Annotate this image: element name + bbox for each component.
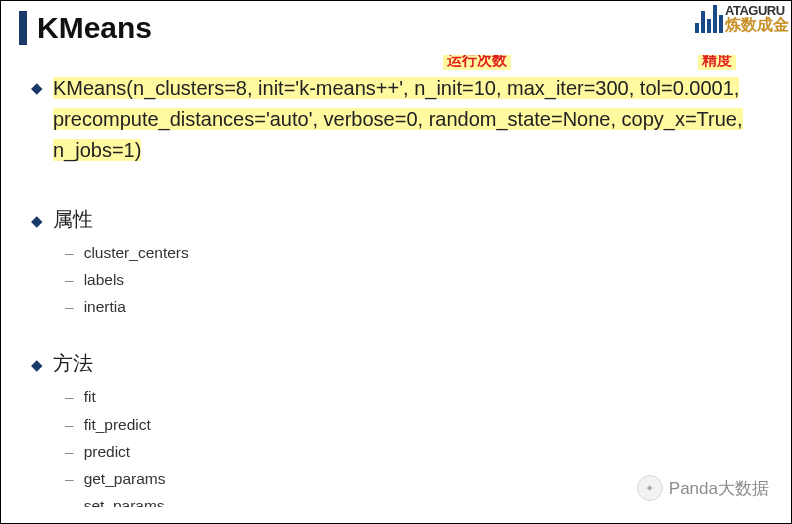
dash-icon: – <box>65 239 74 266</box>
list-item: –fit <box>65 383 761 410</box>
dash-icon: – <box>65 293 74 320</box>
list-item: –predict <box>65 438 761 465</box>
dash-icon: – <box>65 383 74 410</box>
brand-logo: ATAGURU 炼数成金 <box>695 3 789 33</box>
bullet-diamond-icon: ◆ <box>31 212 43 230</box>
wechat-icon: ✦ <box>637 475 663 501</box>
watermark: ✦ Panda大数据 <box>637 475 769 501</box>
methods-heading: 方法 <box>53 350 93 377</box>
list-item: –inertia <box>65 293 761 320</box>
attributes-heading: 属性 <box>53 206 93 233</box>
logo-text-bottom: 炼数成金 <box>725 17 789 33</box>
title-accent-bar <box>19 11 27 45</box>
bullet-diamond-icon: ◆ <box>31 79 43 97</box>
dash-icon: – <box>65 492 74 507</box>
page-title: KMeans <box>37 11 152 45</box>
logo-bars-icon <box>695 3 723 33</box>
watermark-text: Panda大数据 <box>669 477 769 500</box>
logo-text-top: ATAGURU <box>725 4 789 17</box>
function-signature: KMeans(n_clusters=8, init='k-means++', n… <box>53 73 761 166</box>
bullet-diamond-icon: ◆ <box>31 356 43 374</box>
dash-icon: – <box>65 266 74 293</box>
dash-icon: – <box>65 438 74 465</box>
annotation-precision: 精度 <box>698 55 736 70</box>
signature-block: ◆ 运行次数 精度 KMeans(n_clusters=8, init='k-m… <box>31 73 761 166</box>
dash-icon: – <box>65 465 74 492</box>
attributes-section: ◆ 属性 –cluster_centers –labels –inertia <box>31 206 761 320</box>
dash-icon: – <box>65 411 74 438</box>
list-item: –labels <box>65 266 761 293</box>
list-item: –fit_predict <box>65 411 761 438</box>
list-item: –cluster_centers <box>65 239 761 266</box>
annotation-runs: 运行次数 <box>443 55 511 70</box>
